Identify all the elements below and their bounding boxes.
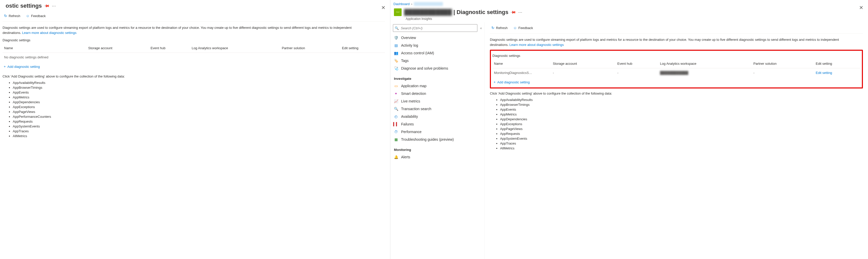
sidebar-item-label: Access control (IAM) bbox=[401, 51, 434, 55]
collapse-sidebar-icon[interactable]: « bbox=[480, 26, 482, 30]
search-field[interactable] bbox=[400, 26, 475, 30]
sidebar-item-troubleshooting-guides-preview-[interactable]: ▦Troubleshooting guides (preview) bbox=[391, 136, 485, 143]
close-icon[interactable]: ✕ bbox=[381, 5, 385, 11]
col-eventhub: Event hub bbox=[149, 43, 190, 53]
sidebar-item-alerts[interactable]: 🔔Alerts bbox=[391, 153, 485, 161]
access-icon: 👥 bbox=[394, 51, 398, 55]
pin-icon[interactable]: 📌 bbox=[510, 9, 517, 15]
refresh-icon: ↻ bbox=[491, 26, 494, 30]
chevron-right-icon: › bbox=[411, 2, 412, 6]
col-name: Name bbox=[492, 59, 551, 68]
list-item: AppPageViews bbox=[500, 126, 863, 131]
list-item: AppEvents bbox=[13, 90, 385, 95]
sidebar-item-live-metrics[interactable]: 📈Live metrics bbox=[391, 97, 485, 105]
sidebar-item-label: Overview bbox=[401, 36, 416, 40]
list-item: AppMetrics bbox=[500, 112, 863, 117]
sidebar-item-label: Alerts bbox=[401, 155, 410, 159]
cell-partner: - bbox=[752, 68, 814, 77]
empty-row: No diagnostic settings defined bbox=[3, 53, 385, 62]
refresh-label: Refresh bbox=[9, 14, 21, 18]
performance-icon: ⏱ bbox=[394, 130, 398, 134]
sidebar-item-activity-log[interactable]: ▤Activity log bbox=[391, 41, 485, 49]
feedback-button[interactable]: ☺ Feedback bbox=[26, 14, 46, 18]
list-item: AppSystemEvents bbox=[13, 124, 385, 129]
list-item: AppExceptions bbox=[500, 122, 863, 126]
sidebar-item-availability[interactable]: ◴Availability bbox=[391, 113, 485, 120]
col-edit: Edit setting bbox=[814, 59, 860, 68]
hint-text: Click 'Add Diagnostic setting' above to … bbox=[3, 74, 385, 78]
learn-more-link[interactable]: Learn more about diagnostic settings bbox=[509, 43, 564, 47]
activity-icon: ▤ bbox=[394, 43, 398, 47]
feedback-label: Feedback bbox=[31, 14, 46, 18]
feedback-button[interactable]: ☺ Feedback bbox=[513, 26, 533, 30]
search-input[interactable]: 🔍 bbox=[393, 24, 477, 32]
add-label: Add diagnostic setting bbox=[7, 65, 40, 69]
troubleshooting-icon: ▦ bbox=[394, 137, 398, 141]
data-types-list: AppAvailabilityResultsAppBrowserTimingsA… bbox=[490, 97, 863, 151]
nav-header-monitoring: Monitoring bbox=[391, 143, 485, 153]
live-icon: 📈 bbox=[394, 99, 398, 103]
sidebar-item-label: Diagnose and solve problems bbox=[401, 66, 448, 70]
add-diagnostic-setting-link[interactable]: ＋ Add diagnostic setting bbox=[492, 77, 530, 87]
sidebar-item-performance[interactable]: ⏱Performance bbox=[391, 128, 485, 136]
sidebar-item-access-control-iam-[interactable]: 👥Access control (IAM) bbox=[391, 49, 485, 57]
refresh-button[interactable]: ↻ Refresh bbox=[4, 14, 21, 18]
description: Diagnostic settings are used to configur… bbox=[3, 25, 360, 35]
list-item: AppBrowserTimings bbox=[13, 85, 385, 90]
highlighted-region: Diagnostic settings Name Storage account… bbox=[490, 50, 863, 89]
sidebar-item-overview[interactable]: 🛡️Overview bbox=[391, 34, 485, 41]
description: Diagnostic settings are used to configur… bbox=[490, 37, 847, 47]
page-title-left: ostic settings bbox=[6, 3, 42, 9]
breadcrumb-dashboard[interactable]: Dashboard bbox=[394, 2, 410, 6]
resource-type: Application Insights bbox=[391, 17, 868, 22]
title-text: Diagnostic settings bbox=[457, 9, 508, 15]
sidebar-item-transaction-search[interactable]: 🔍Transaction search bbox=[391, 105, 485, 113]
cell-storage: - bbox=[551, 68, 616, 77]
col-name: Name bbox=[3, 43, 87, 53]
transaction-icon: 🔍 bbox=[394, 107, 398, 111]
more-icon[interactable]: ⋯ bbox=[52, 4, 56, 8]
more-icon[interactable]: ⋯ bbox=[518, 10, 523, 15]
refresh-icon: ↻ bbox=[4, 14, 7, 18]
cell-name: MonitoringDiagnosticsS… bbox=[492, 68, 551, 77]
close-icon[interactable]: ✕ bbox=[859, 5, 863, 11]
col-edit: Edit setting bbox=[340, 43, 385, 53]
edit-setting-link[interactable]: Edit setting bbox=[816, 71, 832, 75]
list-item: AppPerformanceCounters bbox=[13, 114, 385, 119]
list-item: AppDependencies bbox=[500, 117, 863, 122]
resource-name: ████████████ bbox=[404, 9, 452, 15]
sidebar-item-label: Live metrics bbox=[401, 99, 420, 103]
sidebar-item-label: Application map bbox=[401, 84, 427, 88]
sidebar-item-application-map[interactable]: ▭Application map bbox=[391, 82, 485, 90]
sidebar-item-label: Failures bbox=[401, 122, 414, 126]
diagnose-icon: 🩺 bbox=[394, 66, 398, 70]
cell-law: ████████████ bbox=[658, 68, 752, 77]
settings-table: Name Storage account Event hub Log Analy… bbox=[492, 59, 860, 77]
sidebar-item-label: Performance bbox=[401, 130, 422, 134]
feedback-label: Feedback bbox=[519, 26, 533, 30]
refresh-button[interactable]: ↻ Refresh bbox=[491, 26, 508, 30]
list-item: AppTraces bbox=[13, 129, 385, 134]
table-row[interactable]: MonitoringDiagnosticsS… - - ████████████… bbox=[492, 68, 860, 77]
resource-icon: 〰 bbox=[394, 8, 402, 16]
sidebar-item-label: Smart detection bbox=[401, 92, 426, 96]
sidebar-item-smart-detection[interactable]: ✦Smart detection bbox=[391, 90, 485, 97]
sidebar-item-label: Availability bbox=[401, 115, 418, 119]
breadcrumb-resource[interactable]: ████████ bbox=[414, 2, 443, 6]
pin-icon[interactable]: 📌 bbox=[43, 3, 50, 9]
add-diagnostic-setting-link[interactable]: ＋ Add diagnostic setting bbox=[3, 62, 40, 71]
plus-icon: ＋ bbox=[3, 64, 6, 69]
list-item: AppExceptions bbox=[13, 104, 385, 109]
sidebar-item-label: Activity log bbox=[401, 43, 418, 47]
alerts-icon: 🔔 bbox=[394, 155, 398, 159]
feedback-icon: ☺ bbox=[26, 14, 30, 18]
sidebar-item-tags[interactable]: 🏷️Tags bbox=[391, 57, 485, 64]
feedback-icon: ☺ bbox=[513, 26, 517, 30]
list-item: AllMetrics bbox=[13, 134, 385, 138]
overview-icon: 🛡️ bbox=[394, 36, 398, 40]
sidebar-item-diagnose-and-solve-problems[interactable]: 🩺Diagnose and solve problems bbox=[391, 64, 485, 72]
learn-more-link[interactable]: Learn more about diagnostic settings bbox=[22, 31, 76, 35]
sidebar-item-label: Tags bbox=[401, 59, 409, 63]
col-law: Log Analytics workspace bbox=[190, 43, 280, 53]
sidebar-item-failures[interactable]: ▍▍Failures bbox=[391, 120, 485, 128]
